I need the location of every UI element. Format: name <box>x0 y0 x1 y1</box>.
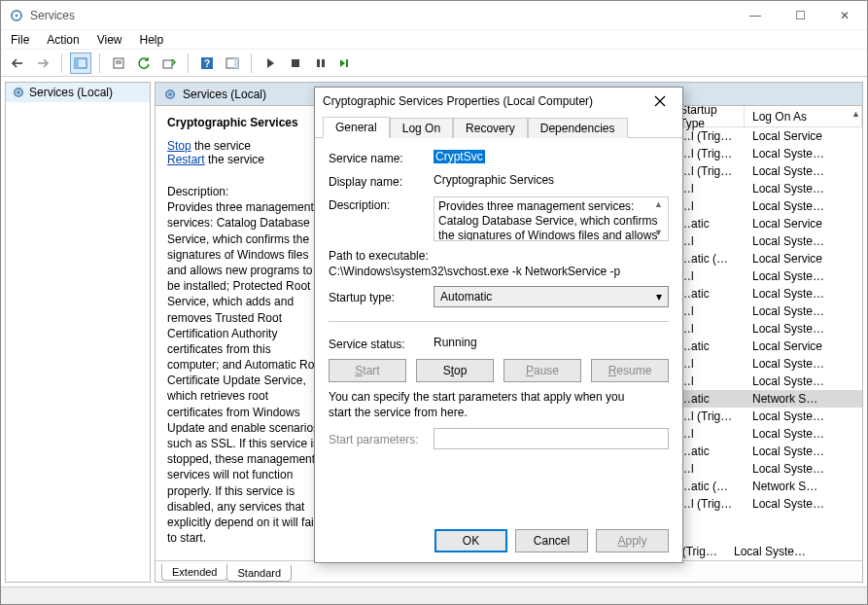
bottom-tabs: Extended Standard <box>156 560 862 582</box>
menu-action[interactable]: Action <box>45 33 81 47</box>
svg-rect-9 <box>163 60 172 68</box>
svg-rect-5 <box>75 58 79 68</box>
tree-root-services-local[interactable]: Services (Local) <box>6 83 150 102</box>
tab-extended[interactable]: Extended <box>161 564 227 581</box>
toolbar: ? <box>1 50 867 77</box>
tab-standard[interactable]: Standard <box>226 565 292 582</box>
menu-file[interactable]: File <box>9 33 31 47</box>
menu-help[interactable]: Help <box>138 33 166 47</box>
logon-cell: Local Syste… <box>745 164 862 178</box>
stop-service-button[interactable] <box>285 53 306 74</box>
properties-dialog: Cryptographic Services Properties (Local… <box>314 87 683 563</box>
restart-service-link[interactable]: Restart <box>167 153 205 166</box>
status-bar <box>1 587 867 605</box>
logon-cell: Local Syste… <box>745 147 862 160</box>
restart-link-line: Restart the service <box>167 153 325 166</box>
svg-rect-16 <box>317 59 320 67</box>
logon-cell: Local Service <box>745 252 862 266</box>
close-button[interactable]: ✕ <box>822 1 867 30</box>
value-service-status: Running <box>434 336 669 349</box>
logon-cell: Network S… <box>745 392 862 406</box>
content-header-title: Services (Local) <box>183 88 266 101</box>
value-display-name: Cryptographic Services <box>434 173 669 187</box>
label-service-status: Service status: <box>329 336 426 351</box>
tab-general[interactable]: General <box>323 117 390 138</box>
selected-service-title: Cryptographic Services <box>167 116 325 139</box>
window-title: Services <box>30 9 733 22</box>
dialog-tabs: General Log On Recovery Dependencies <box>315 115 682 138</box>
logon-cell: Local Service <box>745 217 862 231</box>
gear-icon <box>12 86 25 99</box>
start-parameters-input[interactable] <box>434 428 669 449</box>
description-body: Provides three management services: Cata… <box>167 199 325 546</box>
svg-point-23 <box>169 93 171 95</box>
dialog-footer: OK Cancel Apply <box>315 519 682 562</box>
forward-button[interactable] <box>32 53 53 74</box>
label-display-name: Display name: <box>329 173 426 189</box>
scroll-down-icon[interactable]: ▼ <box>654 228 666 238</box>
help-button[interactable]: ? <box>196 53 218 74</box>
logon-cell: Local Syste… <box>745 409 862 423</box>
logon-cell: Local Syste… <box>745 357 862 371</box>
tab-dependencies[interactable]: Dependencies <box>528 118 628 138</box>
start-service-button[interactable] <box>260 53 281 74</box>
logon-cell: Local Service <box>745 129 862 143</box>
logon-cell: Local Syste… <box>745 304 862 318</box>
logon-cell: Local Syste… <box>745 462 862 476</box>
logon-cell: Local Syste… <box>745 497 862 511</box>
maximize-button[interactable]: ☐ <box>778 1 822 30</box>
minimize-button[interactable]: — <box>733 1 778 30</box>
cancel-button[interactable]: Cancel <box>515 529 588 552</box>
logon-cell: Local Syste… <box>745 322 862 336</box>
back-button[interactable] <box>7 53 28 74</box>
column-logon-as[interactable]: Log On As <box>745 106 862 126</box>
tab-logon[interactable]: Log On <box>390 118 453 138</box>
logon-cell: Local Syste… <box>745 427 862 441</box>
label-path: Path to executable: <box>329 249 669 263</box>
tab-recovery[interactable]: Recovery <box>453 118 528 138</box>
label-startup-type: Startup type: <box>329 289 426 304</box>
stop-button[interactable]: Stop <box>416 359 494 382</box>
svg-text:?: ? <box>204 58 210 69</box>
show-hide-tree-button[interactable] <box>70 53 91 74</box>
label-description: Description: <box>329 196 426 212</box>
apply-button: Apply <box>596 529 669 552</box>
startup-type-combobox[interactable]: Automatic ▾ <box>434 286 669 307</box>
menu-view[interactable]: View <box>95 33 124 47</box>
logon-cell: Local Syste… <box>745 269 862 283</box>
pause-button: Pause <box>503 359 581 382</box>
dialog-title-bar[interactable]: Cryptographic Services Properties (Local… <box>315 88 682 115</box>
action-pane-button[interactable] <box>222 53 243 74</box>
restart-service-button[interactable] <box>335 53 357 74</box>
properties-button[interactable] <box>108 53 129 74</box>
svg-rect-15 <box>292 59 299 67</box>
ok-button[interactable]: OK <box>434 529 507 552</box>
logon-cell: Local Syste… <box>745 287 862 301</box>
resume-button: Resume <box>591 359 669 382</box>
svg-rect-17 <box>322 59 325 67</box>
svg-marker-18 <box>340 59 345 67</box>
logon-cell: Local Syste… <box>745 199 862 213</box>
services-app-icon <box>9 8 24 23</box>
gear-icon <box>163 88 177 101</box>
export-button[interactable] <box>158 53 180 74</box>
title-bar: Services — ☐ ✕ <box>1 1 867 30</box>
scroll-up-icon[interactable]: ▲ <box>851 109 860 119</box>
description-column: Cryptographic Services Stop the service … <box>156 106 330 560</box>
dialog-close-button[interactable] <box>645 88 675 115</box>
value-service-name: CryptSvc <box>434 150 669 163</box>
scroll-up-icon[interactable]: ▲ <box>654 199 666 210</box>
divider <box>329 321 669 322</box>
svg-marker-14 <box>267 58 274 68</box>
chevron-down-icon: ▾ <box>656 290 662 303</box>
description-textbox[interactable]: Provides three management services: Cata… <box>434 196 669 241</box>
pause-service-button[interactable] <box>310 53 331 74</box>
menu-bar: File Action View Help <box>1 30 867 50</box>
tree-pane: Services (Local) <box>5 82 151 583</box>
stop-service-link[interactable]: Stop <box>167 139 191 153</box>
refresh-button[interactable] <box>133 53 155 74</box>
stop-link-line: Stop the service <box>167 139 325 153</box>
svg-rect-13 <box>234 58 238 68</box>
svg-point-1 <box>16 14 18 17</box>
label-service-name: Service name: <box>329 150 426 165</box>
